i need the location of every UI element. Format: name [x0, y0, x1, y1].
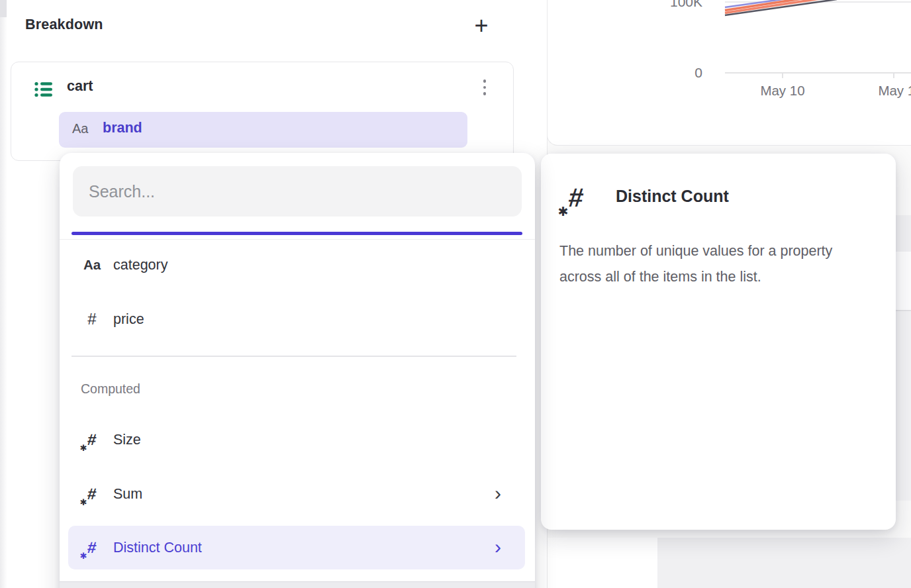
background-table-row-gray [895, 215, 911, 252]
number-property-icon: # [87, 310, 96, 328]
breakdown-section-title: Breakdown [25, 17, 103, 33]
add-breakdown-button[interactable]: + [467, 12, 495, 40]
dropdown-item-size[interactable]: #✱ Size [68, 419, 525, 460]
page-edge-corner [0, 0, 7, 17]
active-tab-underline [72, 232, 522, 235]
popover-title: Distinct Count [616, 187, 729, 206]
dropdown-item-price[interactable]: # price [68, 299, 525, 340]
background-table-section [895, 311, 911, 501]
breakdown-card: cart Aa brand [11, 62, 514, 161]
chevron-right-icon: › [495, 483, 501, 503]
x-axis-tick [782, 72, 783, 78]
selected-property-label: brand [103, 120, 142, 136]
dropdown-item-label: Size [113, 432, 141, 448]
property-dropdown-menu: Aa category # price Computed #✱ Size #✱ … [60, 153, 535, 588]
dropdown-item-distinct-count[interactable]: #✱ Distinct Count › [68, 526, 525, 569]
selected-property-chip[interactable]: Aa brand [59, 112, 467, 148]
y-axis-label-0: 0 [661, 65, 702, 81]
kebab-menu-icon[interactable] [476, 77, 493, 98]
cart-property-row[interactable]: cart [11, 62, 513, 109]
x-axis-label-may12: May 12 [864, 83, 911, 99]
dropdown-item-label: Sum [113, 486, 142, 503]
dropdown-item-label: price [113, 311, 144, 328]
dropdown-divider [72, 356, 516, 357]
computed-number-icon: #✱ [87, 430, 97, 449]
search-input[interactable] [73, 166, 522, 217]
dropdown-footer-strip [60, 581, 535, 588]
dropdown-item-sum[interactable]: #✱ Sum › [68, 473, 525, 514]
page-edge-shading [0, 0, 7, 588]
text-property-icon: Aa [72, 121, 88, 136]
line-chart-series [722, 0, 911, 24]
app-root: 100K 0 May 10 May 12 Breakdown + ca [0, 0, 911, 588]
cart-label: cart [67, 78, 93, 95]
text-property-icon: Aa [83, 257, 101, 273]
computed-number-icon: #✱ [567, 183, 585, 213]
chevron-right-icon: › [495, 537, 501, 557]
background-bottom-white-panel [548, 538, 657, 588]
distinct-count-info-popover: #✱ Distinct Count The number of unique v… [541, 154, 896, 530]
y-axis-label-100k: 100K [661, 0, 702, 10]
list-icon [34, 79, 54, 102]
computed-section-label: Computed [81, 381, 140, 397]
dropdown-item-category[interactable]: Aa category [68, 244, 525, 285]
background-bottom-gray-panel [657, 538, 911, 588]
x-axis-label-may10: May 10 [746, 83, 819, 99]
x-axis-line [725, 72, 911, 74]
background-table-row-white [895, 252, 911, 310]
popover-description: The number of unique values for a proper… [559, 238, 876, 290]
x-axis-tick [893, 72, 894, 78]
dropdown-item-label: category [113, 257, 168, 273]
dropdown-item-label: Distinct Count [113, 540, 202, 556]
computed-number-icon: #✱ [87, 485, 97, 503]
computed-number-icon: #✱ [87, 538, 97, 557]
tab-hairline [60, 239, 535, 240]
